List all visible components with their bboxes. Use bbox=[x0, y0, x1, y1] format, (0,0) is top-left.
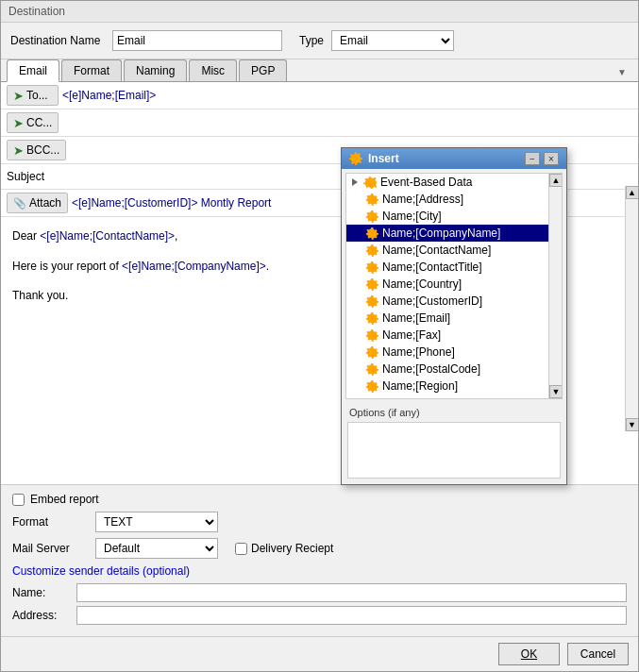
attach-button[interactable]: 📎 Attach bbox=[7, 193, 68, 213]
tree-item-label: Name;[Address] bbox=[382, 193, 463, 206]
tree-item-label: Name;[ContactName] bbox=[382, 244, 491, 257]
cc-input[interactable] bbox=[62, 113, 632, 132]
popup-title-bar: Insert − × bbox=[342, 148, 566, 169]
list-item[interactable]: Name;[ContactTitle] bbox=[346, 259, 562, 276]
to-row: ➤ To... <[e]Name;[Email]> bbox=[1, 82, 638, 109]
destination-section: Destination Name Type Email bbox=[1, 23, 638, 59]
custom-address-input[interactable] bbox=[76, 606, 627, 625]
list-item[interactable]: Name;[City] bbox=[346, 208, 562, 225]
custom-name-input[interactable] bbox=[76, 583, 627, 602]
popup-controls: − × bbox=[525, 152, 559, 165]
to-value: <[e]Name;[Email]> bbox=[62, 86, 632, 105]
cc-arrow-icon: ➤ bbox=[13, 116, 24, 130]
list-item[interactable]: Name;[PostalCode] bbox=[346, 361, 562, 378]
type-label: Type bbox=[299, 34, 324, 47]
popup-options-label: Options (if any) bbox=[342, 403, 566, 422]
custom-name-label: Name: bbox=[12, 586, 69, 599]
gear-icon bbox=[365, 244, 378, 257]
tree-item-label: Name;[Email] bbox=[382, 311, 450, 325]
tree-children: Name;[Address]Name;[City]Name;[CompanyNa… bbox=[346, 191, 562, 395]
cc-btn-label: CC... bbox=[26, 116, 52, 129]
gear-icon bbox=[365, 311, 378, 325]
tree-item-parent[interactable]: Event-Based Data bbox=[346, 174, 562, 191]
popup-tree[interactable]: Event-Based Data Name;[Address]Name;[Cit… bbox=[345, 173, 563, 399]
tree-item-label: Name;[Fax] bbox=[382, 328, 441, 342]
dest-name-input[interactable] bbox=[112, 30, 282, 51]
options-section: Embed report Format TEXT HTML PDF Mail S… bbox=[1, 484, 638, 636]
list-item[interactable]: Name;[Email] bbox=[346, 310, 562, 327]
type-select[interactable]: Email bbox=[331, 30, 454, 51]
list-item[interactable]: Name;[CustomerID] bbox=[346, 293, 562, 310]
gear-icon bbox=[365, 277, 378, 291]
gear-icon bbox=[365, 379, 378, 393]
format-select[interactable]: TEXT HTML PDF bbox=[95, 512, 218, 532]
list-item[interactable]: Name;[ContactName] bbox=[346, 242, 562, 259]
server-select[interactable]: Default bbox=[95, 538, 218, 559]
tabs-bar: Email Format Naming Misc PGP ▼ bbox=[1, 59, 638, 82]
tree-item-label: Name;[ContactTitle] bbox=[382, 260, 482, 274]
cancel-button[interactable]: Cancel bbox=[567, 643, 629, 665]
list-item[interactable]: Name;[Region] bbox=[346, 378, 562, 395]
embed-report-checkbox[interactable] bbox=[12, 494, 25, 506]
dest-name-label: Destination Name bbox=[10, 34, 105, 47]
subject-label: Subject bbox=[7, 170, 59, 183]
gear-icon bbox=[365, 193, 378, 206]
gear-icon bbox=[365, 227, 378, 240]
list-item[interactable]: Name;[Address] bbox=[346, 191, 562, 208]
tab-misc[interactable]: Misc bbox=[189, 59, 237, 81]
list-item[interactable]: Name;[CompanyName] bbox=[346, 225, 562, 242]
tab-naming[interactable]: Naming bbox=[124, 59, 187, 81]
list-item[interactable]: Name;[Fax] bbox=[346, 327, 562, 344]
delivery-receipt-label: Delivery Reciept bbox=[251, 542, 333, 555]
to-arrow-icon: ➤ bbox=[13, 89, 24, 103]
body-contact-tag: <[e]Name;[ContactName]> bbox=[40, 229, 175, 243]
customize-label: Customize sender details (optional) bbox=[12, 564, 190, 578]
list-item[interactable]: Name;[Country] bbox=[346, 276, 562, 293]
to-button[interactable]: ➤ To... bbox=[7, 85, 59, 106]
gear-icon bbox=[365, 210, 378, 223]
tree-parent-label: Event-Based Data bbox=[380, 176, 472, 189]
popup-close-button[interactable]: × bbox=[544, 152, 559, 165]
popup-title: Insert bbox=[349, 152, 399, 165]
cc-row: ➤ CC... bbox=[1, 109, 638, 137]
footer-bar: OK Cancel bbox=[1, 636, 638, 671]
custom-address-label: Address: bbox=[12, 609, 69, 622]
tab-pgp[interactable]: PGP bbox=[239, 59, 287, 81]
tree-item-label: Name;[Country] bbox=[382, 277, 462, 291]
popup-title-text: Insert bbox=[368, 152, 399, 165]
insert-popup-icon bbox=[349, 152, 362, 165]
tree-item-label: Name;[CustomerID] bbox=[382, 294, 482, 308]
title-bar: Destination bbox=[1, 1, 638, 23]
gear-icon bbox=[365, 260, 378, 274]
attach-btn-label: Attach bbox=[29, 196, 61, 210]
body-company-tag: <[e]Name;[CompanyName]> bbox=[122, 260, 266, 273]
bcc-button[interactable]: ➤ BCC... bbox=[7, 140, 66, 160]
tree-scrollbar[interactable]: ▲ ▼ bbox=[548, 174, 562, 398]
popup-minimize-button[interactable]: − bbox=[525, 152, 540, 165]
tree-item-label: Name;[CompanyName] bbox=[382, 227, 500, 240]
tree-item-label: Name;[Phone] bbox=[382, 345, 455, 359]
tab-email[interactable]: Email bbox=[7, 59, 59, 82]
list-item[interactable]: Name;[Phone] bbox=[346, 344, 562, 361]
body-scrollbar[interactable]: ▲ ▼ bbox=[625, 186, 638, 431]
tree-scroll-up[interactable]: ▲ bbox=[549, 174, 563, 187]
attach-icon: 📎 bbox=[13, 197, 26, 210]
embed-report-label: Embed report bbox=[30, 493, 99, 506]
attach-value: <[e]Name;[CustomerID]> Montly Report bbox=[72, 196, 271, 210]
tree-scroll-down[interactable]: ▼ bbox=[549, 385, 563, 398]
gear-icon bbox=[365, 362, 378, 376]
expand-icon bbox=[350, 177, 360, 187]
scroll-down-arrow[interactable]: ▼ bbox=[626, 418, 639, 431]
ok-button[interactable]: OK bbox=[498, 643, 560, 665]
popup-options-field[interactable] bbox=[347, 422, 561, 479]
format-label: Format bbox=[12, 515, 88, 529]
tab-format[interactable]: Format bbox=[61, 59, 122, 81]
bcc-btn-label: BCC... bbox=[26, 143, 59, 157]
tab-scroll-arrow[interactable]: ▼ bbox=[612, 63, 632, 81]
cc-button[interactable]: ➤ CC... bbox=[7, 112, 59, 133]
main-window: Destination Destination Name Type Email … bbox=[0, 0, 639, 672]
delivery-receipt-row: Delivery Reciept bbox=[235, 542, 333, 555]
delivery-receipt-checkbox[interactable] bbox=[235, 543, 247, 555]
scroll-up-arrow[interactable]: ▲ bbox=[626, 186, 639, 199]
gear-icon bbox=[365, 328, 378, 342]
